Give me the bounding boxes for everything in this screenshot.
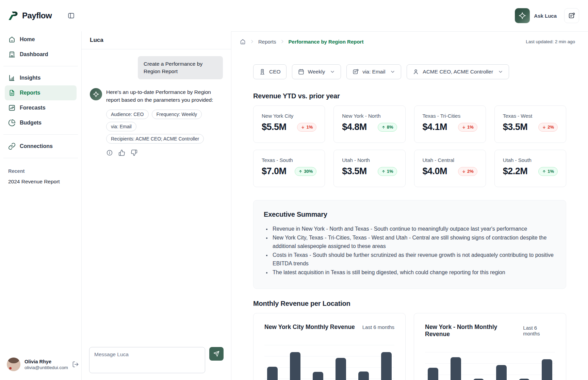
bar — [496, 365, 507, 380]
bar — [336, 358, 346, 380]
sidebar-item-dashboard[interactable]: Dashboard — [5, 47, 77, 62]
kpi-value: $5.5M — [262, 122, 287, 132]
kpi-value: $3.5M — [503, 122, 528, 132]
report-filters: CEO Weekly — [253, 64, 566, 79]
kpi-region: Texas - South — [262, 157, 316, 163]
kpi-region: New York - North — [342, 113, 397, 119]
home-icon[interactable] — [240, 38, 246, 45]
breadcrumb-reports[interactable]: Reports — [258, 39, 276, 45]
arrow-icon — [542, 169, 546, 174]
bar-chart — [264, 345, 394, 380]
kpi-value: $2.2M — [503, 166, 528, 177]
bar — [290, 352, 300, 380]
delta-value: 1% — [467, 125, 474, 130]
user-icon — [412, 68, 419, 75]
delta-value: 30% — [304, 169, 313, 174]
filter-frequency[interactable]: Weekly — [292, 64, 341, 79]
bar — [313, 372, 323, 380]
recent-item[interactable]: 2024 Revenue Report — [5, 177, 77, 186]
message-actions — [106, 149, 223, 156]
recent-section-label: Recent — [8, 168, 73, 174]
assistant-message: Here's an up-to-date Performance by Regi… — [90, 88, 223, 156]
chat-input-row — [82, 347, 231, 380]
delta-value: 1% — [387, 169, 393, 174]
monthly-section-title: Monthly Revenue per Location — [253, 300, 566, 308]
kpi-section-title: Revenue YTD vs. prior year — [253, 92, 566, 100]
delta-badge: 1% — [538, 167, 558, 176]
filter-channel[interactable]: via: Email — [346, 64, 401, 79]
chart-title: New York - North Monthly Revenue — [425, 324, 523, 338]
delta-value: 2% — [467, 169, 474, 174]
sidebar-item-budgets[interactable]: Budgets — [5, 115, 77, 130]
bar — [519, 379, 529, 380]
sparkle-icon — [515, 8, 530, 23]
sidebar-item-insights[interactable]: Insights — [5, 70, 77, 85]
summary-bullet: New York City, Texas - Tri-Cities, Texas… — [271, 233, 556, 251]
brand: Payflow — [0, 10, 82, 21]
delta-value: 8% — [387, 125, 393, 130]
kpi-value: $7.0M — [262, 166, 287, 177]
user-profile: Olivia Rhye olivia@untitledui.com — [5, 352, 77, 380]
calendar-icon — [298, 68, 305, 75]
sidebar-item-label: Forecasts — [20, 105, 46, 111]
arrow-icon — [462, 125, 466, 129]
trend-up-icon — [8, 104, 16, 112]
kpi-region: Utah - South — [503, 157, 558, 163]
building-icon — [8, 51, 16, 58]
filter-recipients[interactable]: ACME CEO, ACME Controller — [407, 64, 509, 79]
filter-label: via: Email — [362, 69, 385, 75]
chip-recipients: Recipients: ACME CEO; ACME Controller — [106, 134, 204, 144]
charts-row: New York City Monthly Revenue Last 6 mon… — [253, 313, 566, 380]
new-report-button[interactable] — [564, 8, 579, 23]
chip-audience: Audience: CEO — [106, 110, 149, 119]
sidebar-item-home[interactable]: Home — [5, 32, 77, 47]
delta-badge: 8% — [378, 123, 397, 132]
topbar-actions: Ask Luca — [515, 8, 588, 23]
filter-audience[interactable]: CEO — [253, 64, 287, 79]
delta-value: 1% — [548, 169, 554, 174]
kpi-value: $4.1M — [423, 122, 447, 132]
sidebar-item-forecasts[interactable]: Forecasts — [5, 100, 77, 115]
arrow-icon — [542, 125, 546, 129]
file-icon — [8, 89, 16, 97]
kpi-card: New York - North $4.8M 8% — [333, 105, 405, 143]
thumbs-down-icon[interactable] — [131, 149, 137, 156]
kpi-value: $4.0M — [423, 166, 447, 177]
sidebar-item-label: Home — [20, 36, 35, 43]
parameter-chips: Audience: CEO Frequency: Weekly via: Ema… — [106, 110, 223, 144]
kpi-region: Texas - West — [503, 113, 558, 119]
kpi-card: Texas - West $3.5M 2% — [494, 105, 566, 143]
luca-avatar-sparkle-icon — [90, 88, 102, 100]
info-icon[interactable] — [106, 149, 113, 156]
user-email: olivia@untitledui.com — [24, 365, 68, 370]
delta-badge: 2% — [538, 123, 558, 132]
executive-summary-list: Revenue in New York - North and Texas - … — [264, 225, 556, 277]
last-updated: Last updated: 2 min ago — [526, 39, 575, 44]
file-notification-icon — [568, 12, 575, 19]
send-button[interactable] — [209, 347, 224, 361]
delta-value: 1% — [306, 125, 313, 130]
summary-bullet: Revenue in New York - North and Texas - … — [271, 225, 556, 233]
user-avatar — [7, 358, 20, 371]
sidebar-item-label: Insights — [20, 75, 40, 81]
bar-chart — [425, 352, 555, 380]
kpi-card: Utah - North $3.5M 1% — [333, 150, 405, 187]
app-name: Payflow — [22, 11, 52, 20]
sidebar-item-connections[interactable]: Connections — [5, 139, 77, 154]
sidebar-item-label: Reports — [20, 90, 40, 96]
thumbs-up-icon[interactable] — [118, 149, 125, 156]
chat-input[interactable] — [89, 347, 205, 373]
summary-bullet: Costs in Texas - South should be further… — [271, 251, 556, 268]
sidebar-item-reports[interactable]: Reports — [5, 85, 77, 100]
chevron-right-icon — [280, 39, 285, 44]
bar — [381, 352, 392, 380]
kpi-value: $4.8M — [342, 122, 367, 132]
breadcrumb: Reports Performance by Region Report Las… — [231, 32, 588, 51]
logout-icon[interactable] — [72, 361, 79, 368]
divider — [3, 66, 78, 66]
ask-luca-button[interactable]: Ask Luca — [515, 8, 557, 23]
arrow-icon — [301, 125, 305, 129]
sidebar-collapse-icon[interactable] — [67, 12, 75, 19]
file-notification-icon — [352, 68, 359, 75]
chart-range: Last 6 months — [523, 325, 555, 336]
